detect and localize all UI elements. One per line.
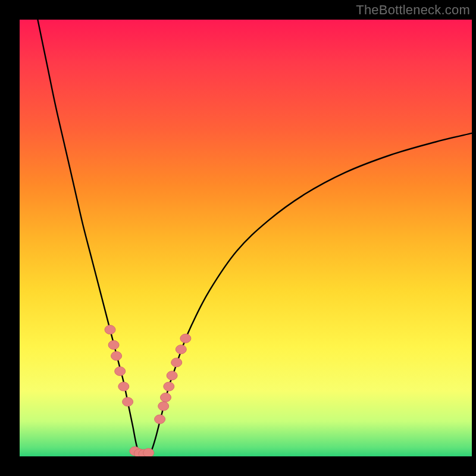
- bottleneck-curve: [37, 20, 472, 455]
- chart-stage: TheBottleneck.com: [0, 0, 476, 476]
- curve-marker: [164, 382, 174, 391]
- plot-area: [20, 20, 472, 456]
- curve-marker: [115, 367, 126, 375]
- curve-marker: [105, 325, 115, 334]
- curve-marker: [118, 382, 129, 391]
- curve-marker: [176, 345, 186, 354]
- curve-marker: [108, 340, 119, 349]
- curve-marker: [111, 352, 122, 361]
- curve-marker: [143, 449, 154, 456]
- curve-marker: [180, 334, 191, 343]
- curve-marker: [158, 402, 169, 411]
- curve-marker: [123, 397, 133, 406]
- curve-marker: [155, 415, 165, 424]
- curve-layer: [20, 20, 472, 456]
- curve-marker: [171, 358, 182, 367]
- curve-marker: [167, 371, 177, 380]
- watermark-text: TheBottleneck.com: [356, 2, 470, 18]
- curve-marker: [161, 393, 171, 402]
